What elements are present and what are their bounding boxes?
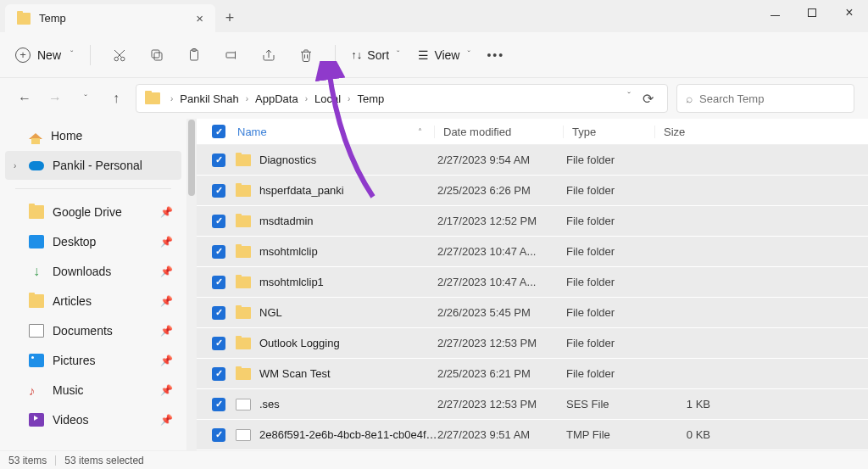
new-menu-button[interactable]: + New ˇ (8, 44, 80, 66)
sidebar-item-documents[interactable]: Documents 📌 (5, 316, 181, 345)
recent-dropdown[interactable]: ˇ (75, 87, 97, 109)
video-icon (29, 413, 44, 427)
sidebar-item-label: Pankil - Personal (53, 159, 142, 172)
row-checkbox[interactable] (212, 245, 225, 259)
file-row[interactable]: Outlook Logging2/27/2023 12:53 PMFile fo… (197, 328, 868, 358)
more-menu-button[interactable]: ••• (482, 42, 509, 69)
row-checkbox[interactable] (212, 337, 225, 350)
titlebar: Temp × + × (0, 0, 868, 32)
file-size: 0 KB (658, 428, 717, 441)
column-header-name[interactable]: Name ˄ (237, 126, 434, 138)
back-button[interactable]: ← (14, 87, 36, 109)
forward-button[interactable]: → (44, 87, 66, 109)
rename-button[interactable] (218, 42, 245, 69)
file-row[interactable]: msohtmlclip12/27/2023 10:47 A...File fol… (197, 267, 868, 297)
file-row[interactable]: NGL2/26/2023 5:45 PMFile folder (197, 298, 868, 327)
sidebar-item-label: Pictures (53, 354, 96, 367)
file-row[interactable]: .ses2/27/2023 12:53 PMSES File1 KB (197, 389, 868, 419)
sidebar-scrollbar[interactable] (186, 119, 197, 450)
sidebar-item-pictures[interactable]: Pictures 📌 (5, 346, 181, 375)
file-row[interactable]: 2e86f591-2e6b-4bcb-8e11-cb0e4fa46...2/27… (197, 420, 868, 449)
file-date: 2/27/2023 12:53 PM (437, 398, 566, 410)
sidebar-item-drive[interactable]: Google Drive 📌 (5, 198, 181, 226)
chevron-right-icon[interactable]: › (14, 161, 16, 170)
breadcrumb[interactable]: Temp (357, 92, 384, 105)
sidebar-item-desktop[interactable]: Desktop 📌 (5, 227, 181, 256)
file-name: msdtadmin (259, 215, 437, 227)
svg-point-0 (114, 57, 119, 61)
folder-icon (236, 368, 251, 380)
file-row[interactable]: Diagnostics2/27/2023 9:54 AMFile folder (197, 145, 868, 175)
pin-icon: 📌 (160, 295, 173, 307)
file-date: 2/26/2023 5:45 PM (437, 306, 566, 319)
desktop-icon (29, 235, 44, 248)
file-row[interactable]: WM Scan Test2/25/2023 6:21 PMFile folder (197, 359, 868, 388)
minimize-button[interactable] (756, 0, 793, 25)
file-type: File folder (566, 245, 658, 258)
share-button[interactable] (255, 42, 282, 69)
file-size: 1 KB (658, 398, 717, 410)
folder-icon (29, 205, 44, 219)
column-header-date[interactable]: Date modified (434, 126, 563, 138)
folder-icon (236, 307, 251, 319)
sidebar-item-downloads[interactable]: ↓ Downloads 📌 (5, 257, 181, 286)
select-all-checkbox[interactable] (212, 125, 237, 138)
row-checkbox[interactable] (212, 154, 225, 167)
maximize-button[interactable] (793, 0, 831, 25)
breadcrumb[interactable]: AppData (255, 92, 298, 105)
file-name: 2e86f591-2e6b-4bcb-8e11-cb0e4fa46... (259, 428, 437, 441)
row-checkbox[interactable] (212, 367, 225, 381)
file-row[interactable]: hsperfdata_panki2/25/2023 6:26 PMFile fo… (197, 176, 868, 205)
search-input[interactable] (699, 92, 845, 105)
search-icon: ⌕ (686, 92, 693, 105)
sidebar-item-onedrive[interactable]: › Pankil - Personal (5, 151, 181, 180)
sidebar-item-articles[interactable]: Articles 📌 (5, 287, 181, 315)
column-header-size[interactable]: Size (654, 126, 721, 138)
breadcrumb[interactable]: Pankil Shah (180, 92, 238, 105)
row-checkbox[interactable] (212, 398, 225, 411)
file-name: msohtmlclip1 (259, 276, 437, 288)
view-label: View (434, 48, 459, 62)
row-checkbox[interactable] (212, 215, 225, 228)
up-button[interactable]: ↑ (105, 87, 127, 109)
chevron-down-icon: ˇ (397, 50, 399, 59)
file-date: 2/25/2023 6:26 PM (437, 184, 566, 197)
active-tab[interactable]: Temp × (5, 4, 215, 32)
window-controls: × (756, 0, 868, 25)
row-checkbox[interactable] (212, 276, 225, 289)
column-headers: Name ˄ Date modified Type Size (197, 119, 868, 145)
breadcrumb[interactable]: Local (314, 92, 341, 105)
chevron-right-icon: › (170, 94, 173, 103)
file-row[interactable]: msdtadmin2/17/2023 12:52 PMFile folder (197, 206, 868, 236)
copy-button[interactable] (143, 42, 170, 69)
view-menu-button[interactable]: ☰ View ˇ (413, 45, 475, 65)
sidebar-item-videos[interactable]: Videos 📌 (5, 405, 181, 434)
file-name: Diagnostics (259, 154, 437, 166)
address-bar[interactable]: › Pankil Shah › AppData › Local › Temp ˇ… (136, 84, 668, 113)
row-checkbox[interactable] (212, 184, 225, 198)
sidebar-item-label: Articles (53, 294, 92, 308)
new-tab-button[interactable]: + (215, 4, 244, 32)
row-checkbox[interactable] (212, 428, 225, 442)
plus-icon: + (15, 47, 31, 63)
paste-button[interactable] (181, 42, 208, 69)
close-window-button[interactable]: × (831, 0, 868, 25)
sidebar-item-music[interactable]: ♪ Music 📌 (5, 376, 181, 405)
file-type: File folder (566, 215, 658, 227)
close-tab-icon[interactable]: × (196, 11, 203, 25)
sidebar-item-home[interactable]: Home (5, 121, 181, 150)
row-checkbox[interactable] (212, 306, 225, 320)
column-header-type[interactable]: Type (563, 126, 654, 138)
list-icon: ☰ (418, 48, 429, 62)
cut-button[interactable] (106, 42, 133, 69)
file-date: 2/27/2023 9:54 AM (437, 154, 566, 166)
sort-menu-button[interactable]: ↑↓ Sort ˇ (346, 45, 404, 65)
file-row[interactable]: msohtmlclip2/27/2023 10:47 A...File fold… (197, 237, 868, 266)
file-type: File folder (566, 154, 658, 166)
chevron-right-icon: › (348, 94, 350, 103)
svg-point-1 (121, 57, 125, 61)
search-box[interactable]: ⌕ (676, 84, 854, 113)
delete-button[interactable] (292, 42, 320, 69)
refresh-button[interactable]: ⟳ (643, 91, 654, 107)
address-dropdown-icon[interactable]: ˇ (627, 91, 631, 107)
